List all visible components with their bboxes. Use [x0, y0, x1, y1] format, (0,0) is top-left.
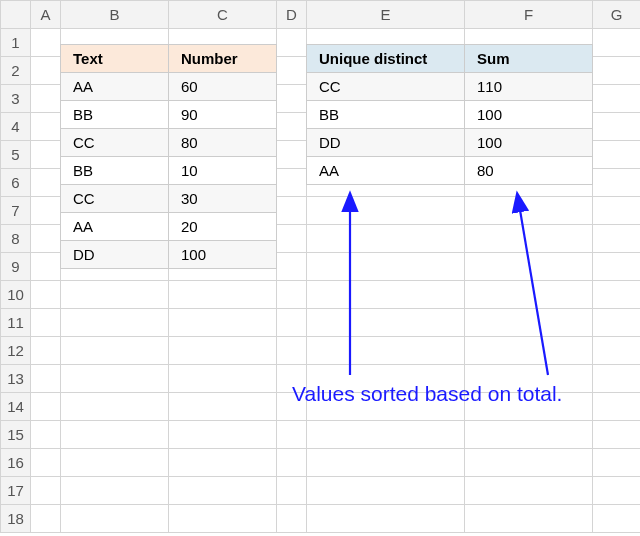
col-header-A[interactable]: A: [31, 1, 61, 29]
cell-E10[interactable]: [307, 281, 465, 309]
cell-D1[interactable]: [277, 29, 307, 57]
cell-E7[interactable]: [307, 197, 465, 225]
cell-E16[interactable]: [307, 449, 465, 477]
cell-C14[interactable]: [169, 393, 277, 421]
cell-F7[interactable]: [465, 197, 593, 225]
row-header-12[interactable]: 12: [1, 337, 31, 365]
cell-B11[interactable]: [61, 309, 169, 337]
cell-A6[interactable]: [31, 169, 61, 197]
cell-D4[interactable]: [277, 113, 307, 141]
cell-E12[interactable]: [307, 337, 465, 365]
row-header-6[interactable]: 6: [1, 169, 31, 197]
cell-D10[interactable]: [277, 281, 307, 309]
cell-G17[interactable]: [593, 477, 641, 505]
row-header-13[interactable]: 13: [1, 365, 31, 393]
cell-C11[interactable]: [169, 309, 277, 337]
cell-A17[interactable]: [31, 477, 61, 505]
row-header-7[interactable]: 7: [1, 197, 31, 225]
cell-G14[interactable]: [593, 393, 641, 421]
cell-F12[interactable]: [465, 337, 593, 365]
cell-G6[interactable]: [593, 169, 641, 197]
row-header-3[interactable]: 3: [1, 85, 31, 113]
cell-C16[interactable]: [169, 449, 277, 477]
cell-D18[interactable]: [277, 505, 307, 533]
row-header-8[interactable]: 8: [1, 225, 31, 253]
cell-F11[interactable]: [465, 309, 593, 337]
cell-D16[interactable]: [277, 449, 307, 477]
cell-A5[interactable]: [31, 141, 61, 169]
cell-G1[interactable]: [593, 29, 641, 57]
cell-B14[interactable]: [61, 393, 169, 421]
cell-G8[interactable]: [593, 225, 641, 253]
cell-B12[interactable]: [61, 337, 169, 365]
cell-A1[interactable]: [31, 29, 61, 57]
cell-G11[interactable]: [593, 309, 641, 337]
cell-G3[interactable]: [593, 85, 641, 113]
cell-D8[interactable]: [277, 225, 307, 253]
cell-D15[interactable]: [277, 421, 307, 449]
col-header-F[interactable]: F: [465, 1, 593, 29]
cell-F9[interactable]: [465, 253, 593, 281]
cell-D2[interactable]: [277, 57, 307, 85]
cell-A16[interactable]: [31, 449, 61, 477]
cell-G5[interactable]: [593, 141, 641, 169]
row-header-16[interactable]: 16: [1, 449, 31, 477]
cell-B13[interactable]: [61, 365, 169, 393]
row-header-1[interactable]: 1: [1, 29, 31, 57]
cell-A9[interactable]: [31, 253, 61, 281]
cell-F8[interactable]: [465, 225, 593, 253]
cell-D11[interactable]: [277, 309, 307, 337]
row-header-11[interactable]: 11: [1, 309, 31, 337]
grid-corner[interactable]: [1, 1, 31, 29]
cell-E18[interactable]: [307, 505, 465, 533]
cell-G9[interactable]: [593, 253, 641, 281]
cell-F16[interactable]: [465, 449, 593, 477]
cell-F17[interactable]: [465, 477, 593, 505]
cell-A2[interactable]: [31, 57, 61, 85]
row-header-14[interactable]: 14: [1, 393, 31, 421]
row-header-18[interactable]: 18: [1, 505, 31, 533]
row-header-2[interactable]: 2: [1, 57, 31, 85]
row-header-9[interactable]: 9: [1, 253, 31, 281]
cell-G7[interactable]: [593, 197, 641, 225]
cell-G15[interactable]: [593, 421, 641, 449]
cell-F10[interactable]: [465, 281, 593, 309]
cell-A3[interactable]: [31, 85, 61, 113]
cell-A11[interactable]: [31, 309, 61, 337]
row-header-5[interactable]: 5: [1, 141, 31, 169]
row-header-4[interactable]: 4: [1, 113, 31, 141]
cell-C18[interactable]: [169, 505, 277, 533]
cell-E11[interactable]: [307, 309, 465, 337]
cell-A14[interactable]: [31, 393, 61, 421]
cell-A18[interactable]: [31, 505, 61, 533]
cell-G16[interactable]: [593, 449, 641, 477]
cell-A8[interactable]: [31, 225, 61, 253]
row-header-15[interactable]: 15: [1, 421, 31, 449]
col-header-C[interactable]: C: [169, 1, 277, 29]
cell-A15[interactable]: [31, 421, 61, 449]
cell-C12[interactable]: [169, 337, 277, 365]
cell-E15[interactable]: [307, 421, 465, 449]
col-header-B[interactable]: B: [61, 1, 169, 29]
cell-G10[interactable]: [593, 281, 641, 309]
cell-G2[interactable]: [593, 57, 641, 85]
cell-G18[interactable]: [593, 505, 641, 533]
cell-D7[interactable]: [277, 197, 307, 225]
cell-C13[interactable]: [169, 365, 277, 393]
cell-D3[interactable]: [277, 85, 307, 113]
col-header-D[interactable]: D: [277, 1, 307, 29]
cell-B17[interactable]: [61, 477, 169, 505]
cell-B10[interactable]: [61, 281, 169, 309]
row-header-17[interactable]: 17: [1, 477, 31, 505]
cell-F15[interactable]: [465, 421, 593, 449]
row-header-10[interactable]: 10: [1, 281, 31, 309]
cell-G4[interactable]: [593, 113, 641, 141]
cell-A10[interactable]: [31, 281, 61, 309]
cell-D17[interactable]: [277, 477, 307, 505]
cell-E9[interactable]: [307, 253, 465, 281]
cell-B18[interactable]: [61, 505, 169, 533]
cell-F18[interactable]: [465, 505, 593, 533]
cell-B16[interactable]: [61, 449, 169, 477]
col-header-G[interactable]: G: [593, 1, 641, 29]
cell-E17[interactable]: [307, 477, 465, 505]
